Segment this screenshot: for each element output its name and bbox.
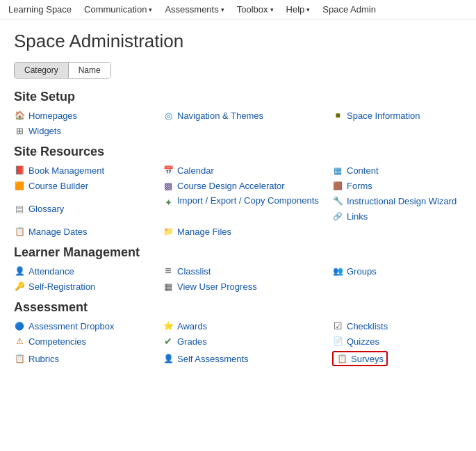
surveys-highlight-box: Surveys [332, 351, 388, 366]
checklists-link[interactable]: Checklists [347, 321, 388, 331]
list-item: Navigation & Themes [163, 108, 329, 122]
list-item: Manage Files [163, 224, 329, 238]
idw-link[interactable]: Instructional Design Wizard [347, 196, 457, 206]
self-assess-icon [163, 353, 174, 364]
list-item: Import / Export / Copy Components [163, 194, 329, 223]
main-content: Space Administration Category Name Site … [0, 19, 476, 382]
content-link[interactable]: Content [347, 165, 379, 176]
classlist-link[interactable]: Classlist [177, 266, 211, 277]
glossary-link[interactable]: Glossary [28, 204, 64, 214]
rubrics-icon [14, 353, 25, 364]
list-item: Forms [332, 179, 476, 192]
list-item: Widgets [14, 124, 160, 138]
top-navigation: Learning Space Communication ▾ Assessmen… [0, 0, 476, 19]
widgets-icon [14, 125, 25, 136]
chevron-down-icon: ▾ [149, 6, 152, 13]
list-item: Groups [332, 264, 476, 278]
awards-link[interactable]: Awards [177, 321, 207, 331]
quizzes-link[interactable]: Quizzes [347, 336, 379, 347]
chevron-down-icon: ▾ [221, 6, 224, 13]
list-item: Surveys [332, 350, 476, 368]
view-progress-icon [163, 281, 174, 292]
list-item: Quizzes [332, 334, 476, 348]
awards-icon [163, 320, 174, 331]
learner-mgmt-grid: Attendance Classlist Groups Self-Registr… [14, 264, 462, 293]
groups-link[interactable]: Groups [347, 266, 377, 277]
manage-files-icon [163, 226, 174, 237]
classlist-icon [163, 265, 174, 277]
course-design-icon [163, 180, 174, 191]
links-icon [332, 211, 343, 222]
content-icon [332, 165, 343, 176]
book-mgmt-link[interactable]: Book Management [28, 165, 104, 176]
rubrics-link[interactable]: Rubrics [28, 354, 59, 364]
site-setup-grid: Homepages Navigation & Themes Space Info… [14, 108, 462, 138]
nav-themes-icon [163, 110, 174, 121]
self-assess-link[interactable]: Self Assessments [177, 354, 249, 364]
links-link[interactable]: Links [347, 211, 368, 222]
list-item: Calendar [163, 163, 329, 177]
nav-themes-link[interactable]: Navigation & Themes [177, 110, 263, 121]
chevron-down-icon: ▾ [270, 6, 274, 13]
dropbox-icon [14, 320, 25, 331]
list-item: Manage Dates [14, 224, 160, 238]
assessment-grid: Assessment Dropbox Awards Checklists Com… [14, 319, 462, 368]
list-item: Course Design Accelerator [163, 179, 329, 192]
site-resources-heading: Site Resources [14, 145, 462, 159]
nav-toolbox[interactable]: Toolbox ▾ [237, 4, 274, 15]
homepages-link[interactable]: Homepages [28, 110, 77, 121]
manage-dates-link[interactable]: Manage Dates [28, 227, 88, 237]
list-item: Links [332, 209, 476, 223]
list-item: Self-Registration [14, 279, 160, 293]
list-item: Checklists [332, 319, 476, 333]
space-info-link[interactable]: Space Information [347, 110, 420, 121]
attendance-icon [14, 265, 25, 277]
list-item: Grades [163, 334, 329, 348]
nav-communication[interactable]: Communication ▾ [84, 4, 152, 15]
category-toggle-button[interactable]: Category [15, 63, 69, 78]
space-info-icon [332, 110, 343, 121]
forms-link[interactable]: Forms [347, 181, 372, 191]
list-item: Book Management [14, 163, 160, 177]
site-resources-grid: Book Management Calendar Content Course … [14, 163, 462, 238]
chevron-down-icon: ▾ [306, 6, 310, 13]
list-item: Attendance [14, 264, 160, 278]
attendance-link[interactable]: Attendance [28, 266, 74, 277]
dropbox-link[interactable]: Assessment Dropbox [28, 321, 115, 331]
list-item: Space Information [332, 108, 476, 122]
book-mgmt-icon [14, 165, 25, 176]
list-item: Glossary [14, 194, 160, 223]
import-link[interactable]: Import / Export / Copy Components [177, 195, 319, 207]
homepages-icon [14, 110, 25, 121]
competencies-link[interactable]: Competencies [28, 336, 86, 347]
list-item: Rubrics [14, 350, 160, 368]
list-item: Homepages [14, 108, 160, 122]
assessment-heading: Assessment [14, 300, 462, 315]
surveys-link[interactable]: Surveys [351, 354, 384, 364]
course-design-link[interactable]: Course Design Accelerator [177, 181, 285, 191]
nav-space-admin[interactable]: Space Admin [322, 4, 376, 15]
list-item: Awards [163, 319, 329, 333]
nav-assessments[interactable]: Assessments ▾ [165, 4, 224, 15]
calendar-icon [163, 165, 174, 176]
glossary-icon [14, 203, 25, 214]
name-toggle-button[interactable]: Name [69, 63, 110, 78]
list-item: Assessment Dropbox [14, 319, 160, 333]
list-item: Course Builder [14, 179, 160, 192]
view-progress-link[interactable]: View User Progress [177, 281, 257, 292]
calendar-link[interactable]: Calendar [177, 165, 214, 176]
course-builder-link[interactable]: Course Builder [28, 181, 88, 191]
nav-help[interactable]: Help ▾ [286, 4, 311, 15]
grades-link[interactable]: Grades [177, 336, 207, 347]
list-item: Classlist [163, 264, 329, 278]
self-reg-icon [14, 281, 25, 292]
widgets-link[interactable]: Widgets [28, 126, 61, 136]
nav-learning-space[interactable]: Learning Space [8, 4, 72, 15]
list-item: Self Assessments [163, 350, 329, 368]
manage-files-link[interactable]: Manage Files [177, 227, 231, 237]
grades-icon [163, 336, 174, 347]
list-item: View User Progress [163, 279, 329, 293]
forms-icon [332, 180, 343, 191]
self-reg-link[interactable]: Self-Registration [28, 281, 95, 292]
groups-icon [332, 265, 343, 277]
